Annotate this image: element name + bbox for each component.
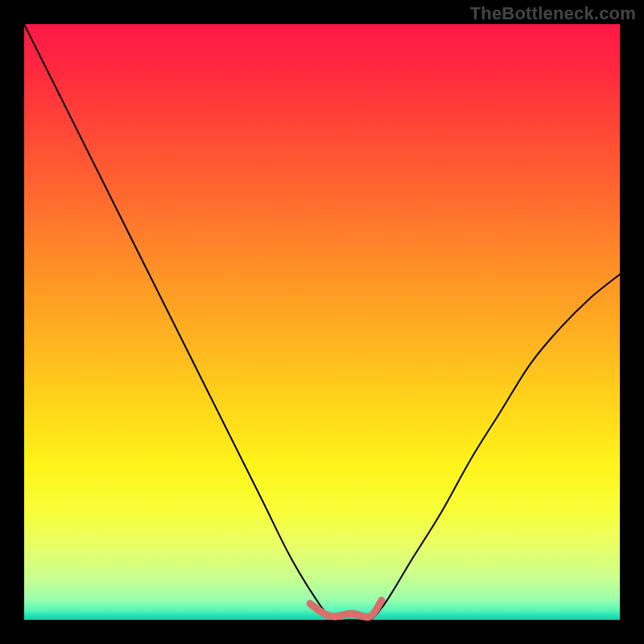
watermark-text: TheBottleneck.com — [470, 3, 636, 24]
curve-left — [24, 24, 352, 621]
curve-svg — [24, 24, 620, 620]
plot-area — [24, 24, 620, 620]
chart-frame: TheBottleneck.com — [0, 0, 644, 644]
valley-marker — [310, 601, 382, 617]
curve-right — [322, 275, 620, 621]
